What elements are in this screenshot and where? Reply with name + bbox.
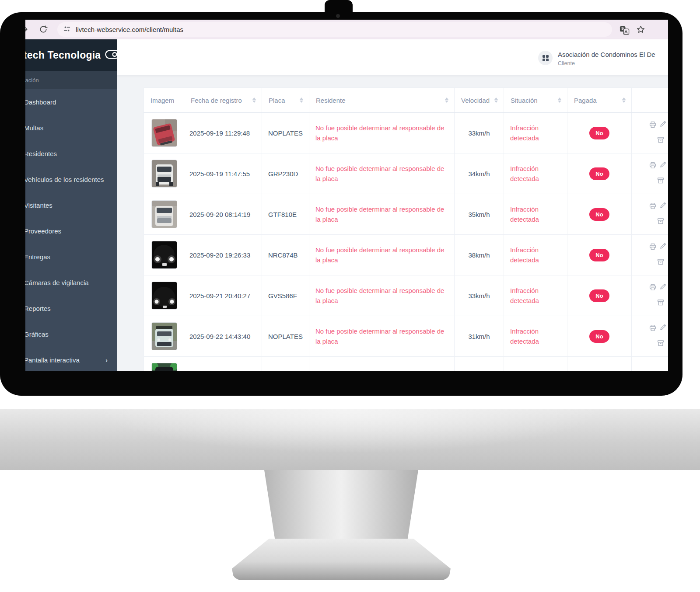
sidebar-brand[interactable]: Livtech Tecnologia bbox=[25, 39, 117, 71]
cell-paid: No bbox=[567, 316, 632, 357]
cell-plate: NOPLATES bbox=[262, 113, 309, 153]
sort-icon[interactable] bbox=[622, 98, 626, 103]
column-label: Placa bbox=[269, 97, 285, 104]
client-name: Asociación de Condominos El De bbox=[558, 51, 655, 58]
cell-image bbox=[144, 113, 184, 153]
cell-resident: No fue posible determinar al responsable… bbox=[309, 316, 455, 357]
sidebar-item-graficas[interactable]: Gráficas bbox=[25, 321, 117, 347]
cell-date bbox=[184, 357, 262, 372]
browser-window: livtech-webservice.com/client/multas Liv… bbox=[25, 20, 668, 371]
cell-situation: Infracción detectada bbox=[504, 194, 567, 235]
cell-paid: No bbox=[567, 153, 632, 194]
sidebar: Livtech Tecnologia Navegación DashboardM… bbox=[25, 39, 117, 371]
cell-actions bbox=[632, 235, 668, 275]
browser-toolbar: livtech-webservice.com/client/multas bbox=[25, 20, 668, 39]
vehicle-photo-night-headlights-2[interactable] bbox=[151, 282, 177, 310]
vehicle-photo-night-headlights-1[interactable] bbox=[151, 241, 177, 269]
table-row: 2025-09-20 19:26:33NRC874BNo fue posible… bbox=[144, 235, 668, 275]
bookmark-star-icon[interactable] bbox=[636, 25, 645, 36]
reload-icon[interactable] bbox=[39, 25, 48, 35]
url-bar[interactable]: livtech-webservice.com/client/multas bbox=[57, 22, 612, 37]
cell-situation: Infracción detectada bbox=[504, 113, 567, 153]
archive-icon[interactable] bbox=[657, 299, 665, 306]
monitor-stand-base bbox=[232, 539, 451, 580]
paid-status-badge: No bbox=[589, 167, 609, 180]
sidebar-item-residentes[interactable]: Residentes bbox=[25, 141, 117, 167]
cell-image bbox=[144, 194, 184, 235]
archive-icon[interactable] bbox=[657, 136, 665, 144]
sidebar-section-label: Navegación bbox=[25, 71, 117, 89]
sidebar-item-proveedores[interactable]: Proveedores bbox=[25, 218, 117, 244]
url-text: livtech-webservice.com/client/multas bbox=[76, 26, 183, 33]
cell-plate: GVS586F bbox=[262, 275, 309, 316]
vehicle-photo-red-pickup-day[interactable] bbox=[151, 119, 177, 147]
fines-table: ImagemFecha de registroPlacaResidenteVel… bbox=[144, 87, 668, 371]
client-account[interactable]: Asociación de Condominos El De Cliente bbox=[538, 51, 655, 66]
vehicle-photo-white-suv-day[interactable] bbox=[151, 160, 177, 188]
paid-status-badge: No bbox=[589, 208, 609, 221]
sort-icon[interactable] bbox=[300, 98, 303, 103]
sidebar-item-vehiculos-de-los-residentes[interactable]: Vehículos de los residentes bbox=[25, 167, 117, 192]
forward-arrow-icon[interactable] bbox=[25, 25, 29, 35]
edit-icon[interactable] bbox=[659, 160, 667, 168]
sort-icon[interactable] bbox=[252, 98, 256, 103]
edit-icon[interactable] bbox=[659, 282, 667, 290]
edit-icon[interactable] bbox=[659, 242, 667, 250]
archive-icon[interactable] bbox=[657, 217, 665, 225]
paid-status-badge: No bbox=[589, 330, 609, 343]
cell-image bbox=[144, 235, 184, 275]
cell-plate: NOPLATES bbox=[262, 316, 309, 357]
sidebar-item-visitantes[interactable]: Visitantes bbox=[25, 192, 117, 218]
paid-status-badge: No bbox=[589, 289, 609, 302]
chevron-right-icon: › bbox=[105, 357, 108, 364]
sidebar-item-multas[interactable]: Multas bbox=[25, 115, 117, 141]
table-body: 2025-09-19 11:29:48NOPLATESNo fue posibl… bbox=[144, 113, 668, 372]
site-settings-icon[interactable] bbox=[63, 25, 71, 35]
monitor-stand-neck bbox=[264, 470, 418, 540]
vehicle-photo-dark-vehicle-partial[interactable] bbox=[151, 363, 177, 371]
column-label: Pagada bbox=[574, 97, 597, 104]
sort-icon[interactable] bbox=[558, 98, 561, 103]
column-header-pagada[interactable]: Pagada bbox=[567, 88, 632, 113]
print-icon[interactable] bbox=[649, 243, 657, 251]
sidebar-item-label: Pantalla interactiva bbox=[25, 356, 80, 364]
print-icon[interactable] bbox=[649, 121, 657, 129]
cell-date: 2025-09-20 08:14:19 bbox=[184, 194, 262, 235]
vehicle-photo-teal-suv-roofrack[interactable] bbox=[151, 322, 177, 350]
column-header-residente[interactable]: Residente bbox=[309, 88, 455, 113]
print-icon[interactable] bbox=[649, 202, 657, 210]
print-icon[interactable] bbox=[649, 161, 657, 169]
cell-resident: No fue posible determinar al responsable… bbox=[309, 235, 455, 275]
sidebar-item-dashboard[interactable]: Dashboard bbox=[25, 89, 117, 115]
archive-icon[interactable] bbox=[657, 258, 665, 266]
sidebar-item-reportes[interactable]: Reportes bbox=[25, 296, 117, 321]
edit-icon[interactable] bbox=[659, 120, 667, 128]
sidebar-item-pantalla-interactiva[interactable]: Pantalla interactiva› bbox=[25, 347, 117, 371]
monitor-chin bbox=[0, 409, 700, 470]
column-header-fecha-de-registro[interactable]: Fecha de registro bbox=[184, 88, 262, 113]
archive-icon[interactable] bbox=[657, 339, 665, 347]
column-header-situacion[interactable]: Situación bbox=[504, 88, 567, 113]
cell-resident: No fue posible determinar al responsable… bbox=[309, 194, 455, 235]
column-header-actions bbox=[632, 88, 668, 113]
archive-icon[interactable] bbox=[657, 177, 665, 185]
vehicle-photo-white-pickup-day[interactable] bbox=[151, 200, 177, 228]
table-row: 2025-09-21 20:40:27GVS586FNo fue posible… bbox=[144, 275, 668, 316]
sidebar-item-camaras-de-vigilancia[interactable]: Cámaras de vigilancia bbox=[25, 270, 117, 296]
cell-date: 2025-09-19 11:29:48 bbox=[184, 113, 262, 153]
print-icon[interactable] bbox=[649, 324, 657, 332]
cell-speed bbox=[455, 357, 504, 372]
translate-icon[interactable] bbox=[620, 25, 630, 37]
sidebar-item-entregas[interactable]: Entregas bbox=[25, 244, 117, 270]
edit-icon[interactable] bbox=[659, 201, 667, 209]
column-header-velocidad[interactable]: Velocidad bbox=[455, 88, 504, 113]
cell-situation bbox=[504, 357, 567, 372]
sidebar-item-label: Entregas bbox=[25, 253, 50, 261]
sort-icon[interactable] bbox=[445, 98, 448, 103]
print-icon[interactable] bbox=[649, 283, 657, 291]
sidebar-item-label: Cámaras de vigilancia bbox=[25, 279, 89, 286]
edit-icon[interactable] bbox=[659, 323, 667, 331]
sort-icon[interactable] bbox=[494, 98, 498, 103]
column-header-placa[interactable]: Placa bbox=[262, 88, 309, 113]
table-row bbox=[144, 357, 668, 372]
